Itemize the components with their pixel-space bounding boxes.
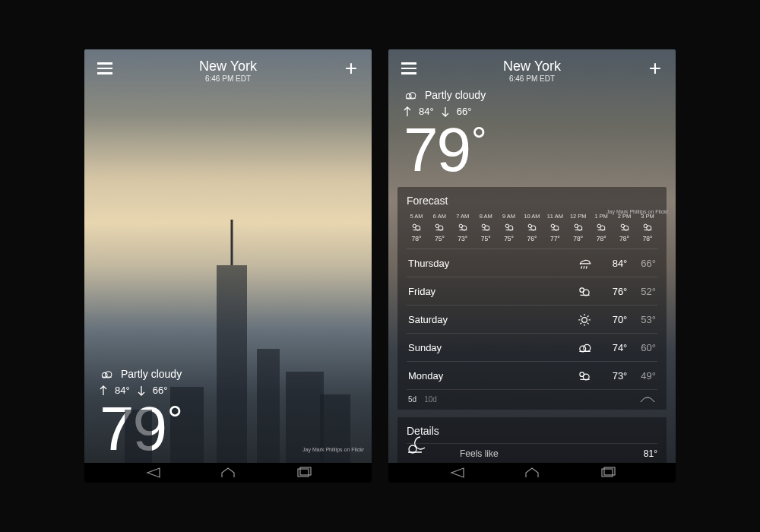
add-location-button[interactable]: + [645, 59, 665, 78]
hour-condition-icon [572, 222, 584, 233]
range-10d[interactable]: 10d [424, 395, 437, 404]
home-icon[interactable] [524, 467, 540, 479]
local-time: 6:46 PM EDT [503, 74, 561, 83]
daily-row[interactable]: Monday73°49° [407, 361, 657, 389]
weather-screen-home: New York 6:46 PM EDT + Partly cloudy 84°… [84, 49, 372, 483]
hour-cell: 10 AM76° [522, 213, 542, 242]
details-heading: Details [407, 425, 657, 437]
day-condition-icon [577, 341, 592, 353]
daily-forecast: Thursday84°66°Friday76°52°Saturday70°53°… [407, 249, 657, 389]
weather-screen-forecast: New York 6:46 PM EDT + Partly cloudy 84°… [388, 49, 676, 483]
recents-icon[interactable] [295, 467, 312, 479]
forecast-range-toggle: 5d 10d [407, 389, 657, 404]
local-time: 6:46 PM EDT [199, 74, 257, 83]
hour-condition-icon [433, 222, 445, 233]
svg-line-41 [586, 266, 587, 268]
svg-line-53 [587, 315, 589, 317]
svg-point-19 [508, 226, 512, 230]
condition-text: Partly cloudy [121, 368, 182, 380]
hour-cell: 11 AM77° [545, 213, 565, 242]
hour-condition-icon [595, 222, 607, 233]
hour-condition-icon [641, 222, 654, 233]
daily-row[interactable]: Sunday74°60° [407, 333, 657, 361]
app-header: New York 6:46 PM EDT + [84, 49, 372, 87]
location-title[interactable]: New York 6:46 PM EDT [199, 59, 257, 83]
hour-time: 12 PM [570, 213, 587, 220]
svg-line-39 [581, 266, 582, 268]
day-low: 60° [641, 342, 656, 353]
hour-temp: 73° [458, 235, 467, 242]
current-conditions: Partly cloudy 84° 66° 79° [388, 89, 676, 181]
hour-cell: 8 AM75° [476, 213, 496, 242]
day-high: 76° [613, 286, 628, 297]
svg-point-28 [577, 226, 581, 230]
back-icon[interactable] [144, 467, 161, 479]
hour-time: 3 PM [641, 213, 654, 220]
location-title[interactable]: New York 6:46 PM EDT [503, 59, 561, 83]
hour-time: 6 AM [433, 213, 446, 220]
hour-cell: 12 PM78° [568, 213, 588, 242]
daily-row[interactable]: Friday76°52° [407, 277, 657, 305]
day-name: Friday [408, 286, 577, 297]
hour-temp: 75° [481, 235, 491, 242]
android-navbar [84, 463, 372, 483]
day-high: 84° [613, 258, 628, 269]
hour-condition-icon [619, 222, 631, 233]
svg-point-37 [647, 226, 651, 230]
forecast-heading: Forecast [407, 195, 657, 207]
recents-icon[interactable] [599, 467, 616, 479]
add-location-button[interactable]: + [341, 59, 361, 78]
svg-point-22 [531, 226, 536, 230]
back-icon[interactable] [448, 467, 465, 479]
partly-cloudy-icon [404, 89, 419, 101]
menu-button[interactable] [95, 59, 115, 78]
hour-cell: 2 PM78° [615, 213, 635, 242]
svg-point-31 [600, 226, 605, 230]
detail-label: Feels like [460, 448, 499, 459]
day-high: 73° [613, 370, 628, 382]
hour-temp: 77° [550, 235, 560, 242]
day-low: 53° [641, 314, 656, 325]
android-navbar [388, 463, 676, 483]
hour-temp: 76° [527, 235, 537, 242]
hour-cell: 6 AM75° [429, 213, 449, 242]
day-name: Thursday [408, 258, 577, 269]
range-5d[interactable]: 5d [408, 395, 416, 404]
menu-button[interactable] [399, 59, 419, 78]
hour-condition-icon [503, 222, 515, 233]
hour-cell: 3 PM78° [638, 213, 657, 242]
day-low: 52° [641, 286, 656, 297]
photo-attribution: Jay Mark Phillips on Flickr [302, 447, 364, 452]
day-condition-icon [577, 257, 592, 269]
forecast-panel: Forecast 5 AM78°6 AM75°7 AM73°8 AM75°9 A… [397, 187, 667, 410]
hour-time: 9 AM [502, 213, 515, 220]
app-header: New York 6:46 PM EDT + [388, 49, 676, 87]
svg-line-40 [584, 266, 584, 268]
partly-cloudy-icon [100, 368, 115, 380]
day-high: 74° [613, 342, 628, 353]
daily-row[interactable]: Thursday84°66° [407, 249, 657, 277]
hour-condition-icon [549, 222, 561, 233]
hourly-forecast[interactable]: 5 AM78°6 AM75°7 AM73°8 AM75°9 AM75°10 AM… [407, 213, 657, 242]
hour-time: 2 PM [618, 213, 632, 220]
hour-temp: 78° [412, 235, 422, 242]
home-icon[interactable] [220, 467, 236, 479]
hour-cell: 9 AM75° [499, 213, 519, 242]
svg-point-45 [582, 318, 587, 323]
hour-condition-icon [457, 222, 469, 233]
day-condition-icon [577, 313, 592, 325]
daily-row[interactable]: Saturday70°53° [407, 305, 657, 333]
day-low: 66° [641, 258, 656, 269]
svg-point-55 [584, 344, 591, 351]
hour-cell: 1 PM78° [591, 213, 611, 242]
city-name: New York [503, 59, 561, 74]
day-high: 70° [613, 314, 628, 325]
day-name: Sunday [408, 342, 577, 353]
hour-cell: 7 AM73° [453, 213, 473, 242]
hour-cell: 5 AM78° [407, 213, 426, 242]
day-condition-icon [577, 285, 592, 297]
hour-temp: 75° [435, 235, 445, 242]
city-name: New York [199, 59, 257, 74]
partly-cloudy-night-icon [404, 432, 431, 457]
svg-point-25 [554, 226, 559, 230]
